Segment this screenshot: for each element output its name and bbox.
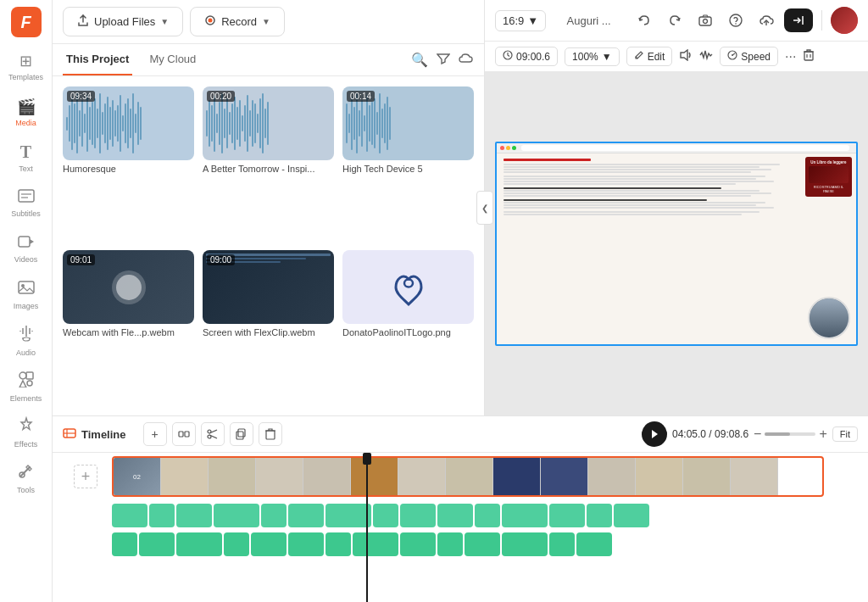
export-button[interactable] (784, 8, 813, 32)
audio-block[interactable] (549, 504, 585, 527)
audio-block[interactable] (502, 532, 548, 556)
audio-block[interactable] (261, 504, 287, 527)
media-duration: 09:01 (67, 254, 95, 265)
zoom-in-button[interactable]: + (819, 426, 826, 442)
list-item[interactable]: 09:34 Humoresque (63, 86, 194, 242)
sidebar-item-tools[interactable]: Tools (4, 456, 48, 500)
sidebar-item-videos[interactable]: Videos (4, 227, 48, 271)
tab-this-project[interactable]: This Project (63, 44, 132, 75)
tab-my-cloud[interactable]: My Cloud (146, 44, 199, 75)
volume-button[interactable] (679, 49, 693, 64)
upload-files-button[interactable]: Upload Files ▼ (63, 7, 183, 36)
svg-rect-11 (26, 372, 33, 379)
audio-block[interactable] (400, 504, 436, 527)
sidebar-item-templates[interactable]: ⊞ Templates (4, 44, 48, 88)
audio-block[interactable] (437, 532, 463, 556)
camera-icon[interactable] (693, 8, 718, 33)
sidebar-item-elements[interactable]: Elements (4, 365, 48, 409)
audio-block[interactable] (288, 532, 324, 556)
svg-point-24 (732, 54, 733, 56)
panel-collapse-button[interactable]: ❮ (476, 191, 493, 225)
redo-button[interactable] (662, 8, 687, 33)
list-item[interactable]: 00:14 High Tech Device 5 (342, 86, 474, 242)
cloud-upload-icon[interactable] (754, 8, 779, 33)
more-options-button[interactable]: ··· (785, 49, 796, 64)
zoom-slider[interactable] (765, 432, 815, 436)
audio-block[interactable] (214, 504, 259, 527)
audio-block[interactable] (549, 532, 575, 556)
trash-icon[interactable] (803, 49, 815, 64)
audio-block[interactable] (176, 532, 222, 556)
audio-block[interactable] (614, 504, 649, 527)
app-logo[interactable]: F (11, 7, 42, 37)
play-button[interactable] (642, 421, 667, 447)
record-button[interactable]: Record ▼ (190, 7, 285, 36)
audio-block[interactable] (437, 504, 473, 527)
audio-block[interactable] (176, 504, 212, 527)
audio-block[interactable] (576, 532, 612, 556)
add-track-button[interactable]: + (143, 422, 167, 446)
top-section: Upload Files ▼ Record ▼ This Project My … (53, 0, 868, 415)
sidebar-item-media[interactable]: 🎬 Media (4, 90, 48, 134)
edit-button[interactable]: Edit (626, 47, 673, 66)
record-label: Record (221, 15, 257, 28)
zoom-selector[interactable]: 100% ▼ (565, 47, 620, 66)
list-item[interactable]: DonatoPaolinoITLogo.png (342, 250, 474, 405)
audio-track-row-1 (53, 502, 868, 529)
list-item[interactable]: 09:01 Webcam with Fle...p.webm (63, 250, 194, 405)
media-item-name: A Better Tomorrow - Inspi... (203, 164, 334, 174)
audio-block[interactable] (465, 532, 500, 556)
copy-tool[interactable] (230, 422, 253, 446)
audio-block[interactable] (587, 504, 612, 527)
list-item[interactable]: 09:00 Screen with FlexClip.webm (203, 250, 334, 405)
playback-bar: 09:00.6 100% ▼ Edit (485, 42, 868, 72)
templates-icon: ⊞ (19, 52, 32, 70)
sidebar-item-subtitles[interactable]: Subtitles (4, 181, 48, 226)
sidebar-item-effects[interactable]: Effects (4, 410, 48, 454)
delete-tool[interactable] (259, 422, 282, 446)
add-video-track-button[interactable]: + (74, 465, 97, 488)
video-track-row: + 02 (53, 453, 868, 500)
media-browser-panel: Upload Files ▼ Record ▼ This Project My … (53, 0, 485, 415)
track-label: + (53, 456, 112, 497)
list-item[interactable]: 00:20 A Better Tomorrow - Inspi... (203, 86, 334, 242)
audio-block[interactable] (288, 504, 324, 527)
zoom-out-button[interactable]: − (754, 426, 761, 442)
audio-block[interactable] (112, 504, 147, 527)
media-item-name: Humoresque (63, 164, 194, 174)
undo-button[interactable] (632, 8, 657, 33)
cut-tool[interactable] (201, 422, 225, 446)
playhead[interactable] (366, 453, 368, 602)
speed-button[interactable]: Speed (720, 47, 778, 66)
audio-block[interactable] (224, 532, 249, 556)
waveform-button[interactable] (699, 49, 713, 64)
fit-button[interactable]: Fit (832, 426, 858, 442)
audio-block[interactable] (400, 532, 436, 556)
aspect-ratio-selector[interactable]: 16:9 ▼ (495, 10, 546, 31)
svg-point-7 (23, 337, 30, 341)
user-avatar[interactable] (831, 7, 858, 34)
audio-block[interactable] (112, 532, 137, 556)
cloud-icon[interactable] (459, 53, 474, 68)
audio-track-row-2 (53, 531, 868, 558)
svg-rect-17 (699, 17, 711, 25)
audio-block[interactable] (502, 504, 548, 527)
audio-block[interactable] (326, 504, 371, 527)
audio-block[interactable] (139, 532, 175, 556)
audio-block[interactable] (149, 504, 175, 527)
search-icon[interactable]: 🔍 (411, 52, 428, 68)
audio-block[interactable] (373, 504, 398, 527)
audio-block[interactable] (251, 532, 287, 556)
svg-rect-32 (185, 432, 189, 437)
sidebar-item-audio[interactable]: Audio (4, 319, 48, 363)
timeline-title: Timeline (81, 428, 126, 441)
filter-icon[interactable] (437, 53, 450, 68)
sidebar-item-images[interactable]: Images (4, 273, 48, 317)
audio-block[interactable] (326, 532, 351, 556)
audio-block[interactable] (353, 532, 398, 556)
help-icon[interactable] (723, 8, 748, 33)
audio-block[interactable] (475, 504, 500, 527)
video-track-strip[interactable]: 02 (112, 456, 824, 497)
sidebar-item-text[interactable]: T Text (4, 136, 48, 180)
split-tool[interactable] (172, 422, 196, 446)
